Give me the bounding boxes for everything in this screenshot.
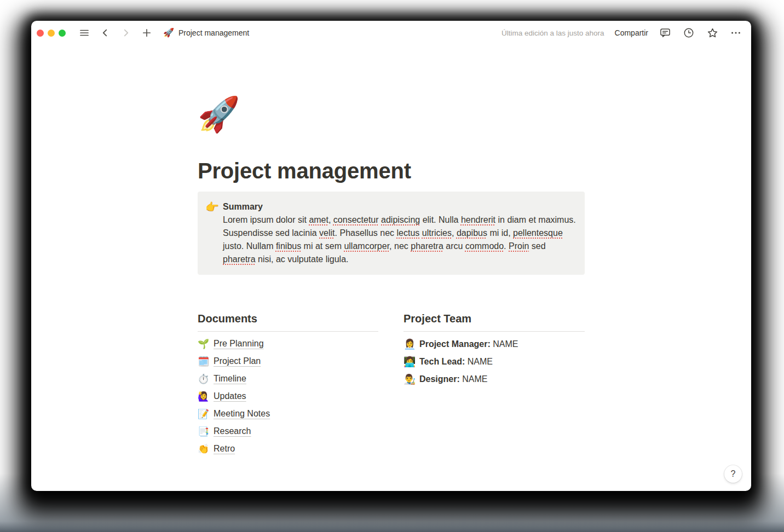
callout-text-segment: .	[504, 241, 509, 251]
two-column-layout: Documents 🌱 Pre Planning 🗓️ Project Plan	[198, 311, 585, 458]
ellipsis-icon	[730, 27, 741, 38]
memo-icon: 📝	[198, 409, 209, 419]
misspelled-word: finibus	[276, 241, 301, 251]
page-title[interactable]: Project management	[198, 158, 585, 184]
traffic-lights	[37, 30, 66, 37]
callout-text-segment: Lorem ipsum dolor sit	[223, 215, 309, 224]
doc-link-research[interactable]: 📑 Research	[198, 423, 378, 440]
divider	[403, 331, 585, 332]
misspelled-word: ullamcorper	[344, 241, 389, 251]
close-window-button[interactable]	[37, 30, 44, 37]
page-history-button[interactable]	[682, 26, 695, 39]
man-artist-icon: 👨‍🎨	[403, 374, 415, 384]
doc-label: Pre Planning	[214, 339, 264, 349]
stopwatch-icon: ⏱️	[198, 374, 209, 384]
plus-icon	[142, 28, 152, 38]
callout-text-segment: mi id,	[487, 228, 513, 238]
callout-text-segment: ,	[452, 228, 457, 238]
minimize-window-button[interactable]	[48, 30, 55, 37]
callout-text-segment: ,	[328, 215, 333, 224]
divider	[198, 331, 378, 332]
doc-label: Updates	[214, 391, 246, 401]
seedling-icon: 🌱	[198, 339, 209, 349]
more-options-button[interactable]	[729, 26, 742, 39]
documents-column: Documents 🌱 Pre Planning 🗓️ Project Plan	[198, 311, 378, 458]
bookmark-tabs-icon: 📑	[198, 427, 209, 436]
page-content: 🚀 Project management 👉 Summary Lorem ips…	[31, 45, 751, 491]
breadcrumb-page-icon: 🚀	[163, 28, 174, 37]
hamburger-icon	[79, 28, 89, 38]
callout-heading: Summary	[223, 200, 576, 213]
project-team-column: Project Team 👩‍💼 Project Manager: NAME 👩…	[403, 311, 585, 458]
project-team-heading: Project Team	[403, 311, 585, 326]
documents-heading: Documents	[198, 311, 378, 326]
member-role: Project Manager:	[419, 339, 491, 349]
team-row-project-manager: 👩‍💼 Project Manager: NAME	[403, 336, 585, 353]
page-icon[interactable]: 🚀	[198, 95, 240, 134]
pointing-finger-icon[interactable]: 👉	[205, 200, 218, 213]
doc-link-updates[interactable]: 🙋‍♀️ Updates	[198, 388, 378, 405]
misspelled-word: dapibus	[457, 228, 487, 238]
clock-icon	[683, 27, 694, 38]
doc-link-pre-planning[interactable]: 🌱 Pre Planning	[198, 335, 378, 352]
doc-link-project-plan[interactable]: 🗓️ Project Plan	[198, 352, 378, 370]
callout-text-segment: nisi, ac vulputate ligula.	[256, 255, 349, 264]
share-button[interactable]: Compartir	[615, 28, 648, 37]
doc-link-timeline[interactable]: ⏱️ Timeline	[198, 370, 378, 388]
doc-label: Retro	[214, 444, 235, 454]
page-column: 🚀 Project management 👉 Summary Lorem ips…	[198, 45, 585, 458]
sidebar-menu-button[interactable]	[78, 26, 91, 39]
toolbar: 🚀 Project management Última edición a la…	[31, 21, 751, 45]
new-page-button[interactable]	[140, 26, 153, 39]
doc-label: Research	[214, 426, 251, 436]
question-mark-icon: ?	[731, 469, 736, 479]
comment-icon	[660, 27, 671, 38]
doc-label: Timeline	[214, 374, 246, 384]
breadcrumb[interactable]: 🚀 Project management	[163, 28, 249, 37]
team-row-designer: 👨‍🎨 Designer: NAME	[403, 371, 585, 388]
misspelled-word: hendrerit	[461, 215, 495, 224]
doc-label: Project Plan	[214, 356, 261, 366]
toolbar-left: 🚀 Project management	[37, 26, 249, 39]
nav-forward-button[interactable]	[119, 26, 132, 39]
misspelled-word: pharetra	[411, 241, 443, 251]
callout-content: Summary Lorem ipsum dolor sit amet, cons…	[223, 200, 576, 266]
breadcrumb-page-title: Project management	[178, 28, 249, 37]
member-role: Designer:	[419, 374, 460, 384]
misspelled-word: pellentesque	[513, 228, 563, 238]
misspelled-word: consectetur	[333, 215, 379, 224]
callout-text-segment: arcu	[443, 241, 465, 251]
misspelled-word: ultricies	[422, 228, 452, 238]
callout-text-segment: justo. Nullam	[223, 241, 276, 251]
misspelled-word: Proin	[509, 241, 529, 251]
comments-button[interactable]	[659, 26, 672, 39]
misspelled-word: pharetra	[223, 255, 256, 264]
nav-back-button[interactable]	[99, 26, 112, 39]
chevron-left-icon	[100, 28, 110, 38]
member-role: Tech Lead:	[419, 357, 465, 366]
favorite-button[interactable]	[706, 26, 719, 39]
woman-office-worker-icon: 👩‍💼	[403, 339, 415, 349]
misspelled-word: amet	[309, 215, 328, 224]
callout-body: Lorem ipsum dolor sit amet, consectetur …	[223, 213, 576, 266]
help-button[interactable]: ?	[724, 465, 742, 483]
woman-technologist-icon: 👩‍💻	[403, 357, 415, 367]
chevron-right-icon	[121, 28, 131, 38]
misspelled-word: adipiscing	[381, 215, 420, 224]
member-name: NAME	[493, 339, 518, 349]
summary-callout: 👉 Summary Lorem ipsum dolor sit amet, co…	[198, 192, 585, 275]
doc-link-meeting-notes[interactable]: 📝 Meeting Notes	[198, 405, 378, 423]
app-window: 🚀 Project management Última edición a la…	[31, 21, 751, 491]
last-edited-status: Última edición a las justo ahora	[501, 29, 604, 37]
doc-link-retro[interactable]: 👏 Retro	[198, 440, 378, 458]
zoom-window-button[interactable]	[59, 30, 66, 37]
team-row-tech-lead: 👩‍💻 Tech Lead: NAME	[403, 353, 585, 371]
clapping-hands-icon: 👏	[198, 444, 209, 454]
notepad-icon: 🗓️	[198, 357, 209, 366]
member-name: NAME	[468, 357, 493, 366]
member-name: NAME	[462, 374, 487, 384]
toolbar-right: Última edición a las justo ahora Compart…	[501, 26, 742, 39]
documents-list: 🌱 Pre Planning 🗓️ Project Plan ⏱️ Timeli…	[198, 335, 378, 458]
callout-text-segment: mi at sem	[301, 241, 344, 251]
star-icon	[707, 27, 718, 39]
